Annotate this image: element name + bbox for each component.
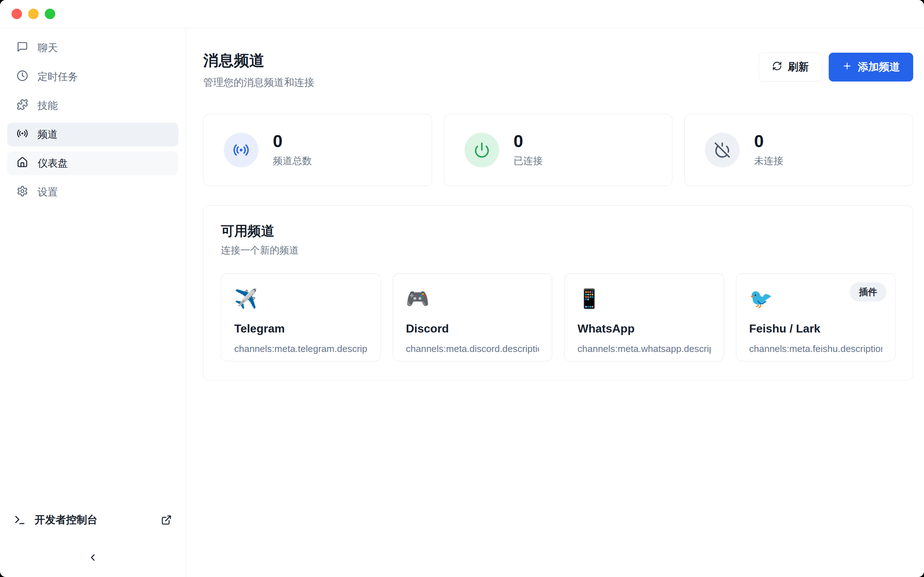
sidebar-item-channels[interactable]: 频道 [7,122,178,147]
plus-icon [842,61,852,74]
page-header: 消息频道 管理您的消息频道和连接 刷新 添加频道 [203,50,913,89]
stat-card-disconnected: 0 未连接 [684,114,913,186]
stat-value: 0 [273,133,312,150]
whatsapp-emoji-icon: 📱 [577,287,711,310]
channel-name: WhatsApp [577,322,711,335]
add-channel-button-label: 添加频道 [858,60,900,74]
sidebar-item-label: 定时任务 [37,70,78,84]
zoom-button[interactable] [45,9,55,19]
add-channel-button[interactable]: 添加频道 [829,53,913,82]
channel-grid: ✈️ Telegram channels:meta.telegram.descr… [221,273,895,361]
broadcast-icon [16,128,28,142]
home-icon [16,156,28,171]
channel-card-telegram[interactable]: ✈️ Telegram channels:meta.telegram.descr… [221,273,381,361]
titlebar [0,0,924,28]
sidebar-item-scheduled-tasks[interactable]: 定时任务 [7,65,178,89]
developer-console-link[interactable]: 开发者控制台 [7,509,178,531]
sidebar-item-label: 频道 [37,128,58,141]
sidebar-item-skills[interactable]: 技能 [7,94,178,118]
app-window: 聊天 定时任务 技能 频道 [0,0,924,577]
sidebar-item-label: 技能 [37,99,58,113]
stat-card-total-channels: 0 频道总数 [203,114,432,186]
puzzle-icon [16,99,28,113]
stat-label: 频道总数 [273,154,312,167]
stat-label: 未连接 [754,154,783,167]
clock-icon [16,70,28,84]
channel-name: Telegram [234,322,367,335]
gear-icon [16,185,28,200]
refresh-button[interactable]: 刷新 [759,53,822,82]
terminal-icon [14,514,26,526]
section-title: 可用频道 [221,222,895,240]
sidebar-item-label: 设置 [37,185,58,199]
channel-name: Discord [406,322,539,335]
broadcast-icon [224,133,258,167]
page-title: 消息频道 [203,50,314,71]
telegram-emoji-icon: ✈️ [234,287,367,310]
sidebar-footer: 开发者控制台 [7,509,178,567]
channel-description: channels:meta.discord.descriptic [406,343,539,355]
developer-console-label: 开发者控制台 [35,513,97,527]
channel-description: channels:meta.telegram.descript [234,343,367,355]
channel-card-discord[interactable]: 🎮 Discord channels:meta.discord.descript… [393,273,552,361]
channel-name: Feishu / Lark [749,322,882,335]
external-link-icon [161,515,172,525]
chevron-left-icon [87,552,98,564]
page-subtitle: 管理您的消息频道和连接 [203,76,314,89]
stat-value: 0 [754,133,783,150]
channel-card-feishu[interactable]: 🐦 Feishu / Lark channels:meta.feishu.des… [736,273,896,361]
stat-value: 0 [514,133,543,150]
power-off-icon [705,133,740,167]
power-icon [465,133,499,167]
stat-card-connected: 0 已连接 [444,114,673,186]
sidebar-item-chat[interactable]: 聊天 [7,36,178,60]
sidebar: 聊天 定时任务 技能 频道 [0,28,186,577]
sidebar-item-label: 仪表盘 [37,156,68,170]
channel-description: channels:meta.feishu.description [749,343,882,355]
discord-emoji-icon: 🎮 [406,287,539,310]
sidebar-item-label: 聊天 [37,41,58,55]
channel-card-whatsapp[interactable]: 📱 WhatsApp channels:meta.whatsapp.descri… [564,273,724,361]
available-channels-section: 可用频道 连接一个新的频道 ✈️ Telegram channels:meta.… [203,205,913,380]
stat-label: 已连接 [514,154,543,167]
sidebar-item-settings[interactable]: 设置 [7,180,178,204]
channel-badge: 插件 [850,282,887,301]
stats-row: 0 频道总数 0 已连接 [203,114,913,186]
sidebar-item-dashboard[interactable]: 仪表盘 [7,152,178,175]
channel-description: channels:meta.whatsapp.descrip [577,343,711,355]
sidebar-collapse-button[interactable] [84,550,102,567]
close-button[interactable] [11,9,22,19]
section-subtitle: 连接一个新的频道 [221,244,895,257]
minimize-button[interactable] [28,9,39,19]
refresh-icon [772,61,782,74]
main-content: 消息频道 管理您的消息频道和连接 刷新 添加频道 [186,28,924,577]
refresh-button-label: 刷新 [788,60,809,74]
chat-icon [16,41,28,55]
